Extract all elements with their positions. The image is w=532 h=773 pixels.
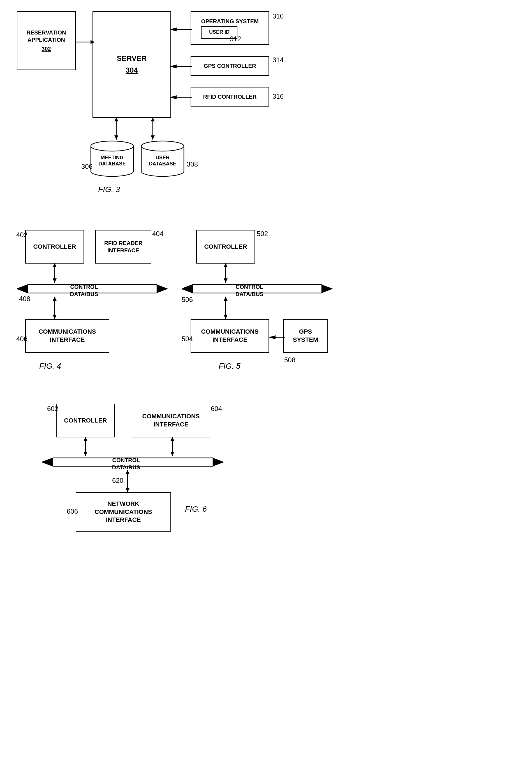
fig4-rfid-box: RFID READER INTERFACE bbox=[95, 230, 151, 264]
fig6-bus-label: CONTROL DATA/BUS bbox=[104, 456, 149, 471]
svg-marker-33 bbox=[182, 285, 193, 293]
meeting-db: MEETING DATABASE bbox=[90, 139, 135, 178]
svg-marker-39 bbox=[224, 297, 228, 301]
rfid-controller-ref: 316 bbox=[272, 93, 284, 100]
fig5-controller-box: CONTROLLER bbox=[196, 230, 255, 264]
user-id-ref: 312 bbox=[230, 35, 241, 43]
reservation-app-label: RESERVATION APPLICATION bbox=[26, 29, 66, 43]
svg-text:USER: USER bbox=[156, 155, 170, 160]
svg-marker-47 bbox=[84, 437, 87, 441]
fig6-netcomm-box: NETWORK COMMUNICATIONS INTERFACE bbox=[76, 492, 171, 532]
svg-marker-23 bbox=[157, 285, 168, 293]
gps-controller-label: GPS CONTROLLER bbox=[204, 62, 256, 70]
reservation-app-ref: 302 bbox=[26, 45, 66, 52]
fig4-comm-label: COMMUNICATIONS INTERFACE bbox=[39, 328, 96, 344]
svg-text:DATABASE: DATABASE bbox=[149, 161, 176, 167]
gps-controller-ref: 314 bbox=[272, 56, 284, 64]
svg-marker-9 bbox=[114, 117, 118, 121]
meeting-db-ref: 306 bbox=[81, 163, 92, 170]
svg-marker-46 bbox=[84, 452, 87, 456]
fig6-bus-netcomm-arrow bbox=[123, 470, 132, 492]
rfid-controller-box: RFID CONTROLLER bbox=[191, 87, 269, 107]
svg-marker-30 bbox=[53, 297, 57, 301]
svg-marker-35 bbox=[224, 278, 228, 283]
fig6-controller-label: CONTROLLER bbox=[64, 417, 107, 425]
svg-text:DATABASE: DATABASE bbox=[98, 161, 126, 167]
server-box: SERVER 304 bbox=[92, 11, 171, 118]
fig5-ctrl-bus-arrow bbox=[221, 263, 230, 283]
fig3-label: FIG. 3 bbox=[98, 185, 120, 194]
svg-marker-43 bbox=[213, 458, 224, 466]
arrow-gps-server bbox=[170, 62, 192, 71]
fig6-comm-box: COMMUNICATIONS INTERFACE bbox=[132, 404, 210, 437]
svg-marker-1 bbox=[91, 40, 95, 44]
fig6-controller-box: CONTROLLER bbox=[56, 404, 115, 437]
os-ref: 310 bbox=[272, 12, 284, 20]
arrow-os-server bbox=[170, 25, 192, 34]
fig5-comm-box: COMMUNICATIONS INTERFACE bbox=[191, 319, 269, 353]
svg-marker-38 bbox=[224, 315, 228, 319]
svg-marker-26 bbox=[53, 278, 57, 283]
fig4-label: FIG. 4 bbox=[39, 362, 61, 371]
svg-marker-27 bbox=[53, 263, 57, 267]
reservation-app-box: RESERVATION APPLICATION 302 bbox=[17, 11, 76, 70]
rfid-controller-label: RFID CONTROLLER bbox=[203, 93, 256, 100]
server-label: SERVER bbox=[117, 54, 147, 63]
fig4-bus-ref: 408 bbox=[19, 295, 30, 303]
arrow-resapp-server bbox=[75, 38, 95, 46]
fig5-controller-ref: 502 bbox=[257, 230, 268, 238]
fig6-ctrl-bus-arrow bbox=[81, 437, 90, 456]
svg-point-19 bbox=[141, 141, 184, 151]
svg-marker-44 bbox=[42, 458, 53, 466]
fig5-comm-ref: 504 bbox=[182, 335, 193, 343]
fig6-controller-ref: 602 bbox=[47, 405, 58, 413]
fig4-comm-ref: 406 bbox=[16, 335, 27, 343]
fig4-bus-comm-arrow bbox=[50, 297, 59, 319]
svg-marker-53 bbox=[126, 470, 129, 474]
fig5-bus-comm-arrow bbox=[221, 297, 230, 319]
fig4-controller-ref: 402 bbox=[16, 231, 27, 239]
os-label: OPERATING SYSTEM bbox=[201, 18, 258, 25]
fig4-bus-label: CONTROL DATA/BUS bbox=[67, 283, 101, 298]
server-ref: 304 bbox=[117, 66, 147, 75]
svg-marker-49 bbox=[170, 452, 174, 456]
gps-controller-box: GPS CONTROLLER bbox=[191, 56, 269, 76]
fig6-label: FIG. 6 bbox=[185, 505, 207, 514]
svg-marker-12 bbox=[151, 117, 155, 121]
fig5-gps-comm-arrow bbox=[269, 333, 285, 341]
arrow-rfid-server bbox=[170, 93, 192, 101]
fig5-gps-label: GPS SYSTEM bbox=[293, 328, 318, 344]
fig5-label: FIG. 5 bbox=[219, 362, 240, 371]
fig4-controller-label: CONTROLLER bbox=[33, 243, 76, 251]
svg-marker-29 bbox=[53, 315, 57, 319]
fig6-bus-ref: 620 bbox=[112, 477, 123, 484]
user-id-label: USER ID bbox=[209, 29, 230, 35]
fig6-netcomm-ref: 606 bbox=[67, 507, 78, 515]
fig6-netcomm-label: NETWORK COMMUNICATIONS INTERFACE bbox=[95, 500, 152, 524]
fig5-bus-ref: 506 bbox=[182, 296, 193, 304]
fig6-comm-label: COMMUNICATIONS INTERFACE bbox=[142, 412, 200, 428]
fig4-ctrl-bus-arrow bbox=[50, 263, 59, 283]
fig5-bus-label: CONTROL DATA/BUS bbox=[233, 283, 266, 298]
user-db: USER DATABASE bbox=[140, 139, 185, 178]
fig4-controller-box: CONTROLLER bbox=[25, 230, 84, 264]
fig5-comm-label: COMMUNICATIONS INTERFACE bbox=[201, 328, 259, 344]
page-container: RESERVATION APPLICATION 302 SERVER 304 O… bbox=[0, 0, 532, 773]
arrow-server-userdb bbox=[149, 117, 157, 140]
fig6-comm-bus-arrow bbox=[168, 437, 177, 456]
svg-marker-52 bbox=[126, 488, 129, 492]
arrow-server-meetingdb bbox=[112, 117, 121, 140]
svg-point-15 bbox=[91, 141, 133, 151]
svg-marker-50 bbox=[170, 437, 174, 441]
fig4-comm-box: COMMUNICATIONS INTERFACE bbox=[25, 319, 109, 353]
svg-marker-24 bbox=[17, 285, 28, 293]
fig4-rfid-ref: 404 bbox=[152, 230, 163, 238]
svg-marker-32 bbox=[322, 285, 333, 293]
svg-marker-36 bbox=[224, 263, 228, 267]
fig5-gps-ref: 508 bbox=[284, 356, 295, 364]
fig5-controller-label: CONTROLLER bbox=[204, 243, 247, 251]
svg-text:MEETING: MEETING bbox=[101, 155, 124, 160]
user-db-ref: 308 bbox=[187, 160, 198, 168]
fig4-rfid-label: RFID READER INTERFACE bbox=[104, 239, 143, 254]
fig5-gps-box: GPS SYSTEM bbox=[283, 319, 328, 353]
